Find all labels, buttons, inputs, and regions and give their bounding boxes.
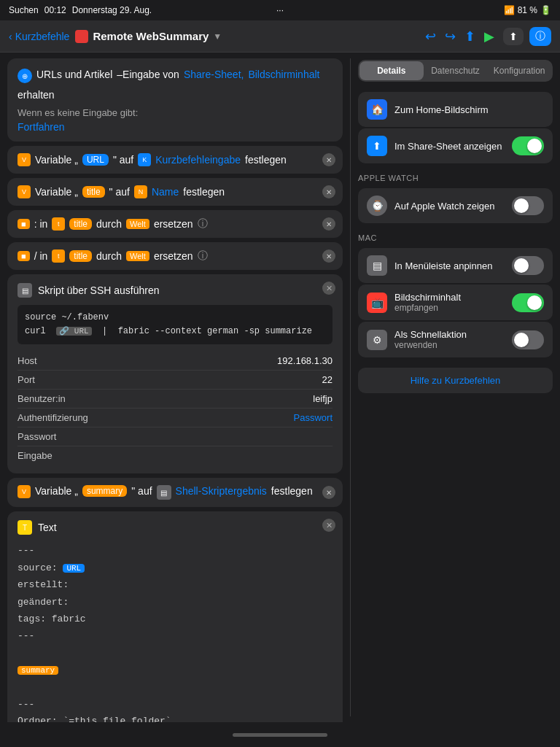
mac-menu-toggle-knob [514,258,529,273]
ssh-fields: Host 192.168.1.30 Port 22 Benutzer:in le… [18,352,332,465]
left-panel: ⊕ URLs und Artikel –Eingabe von Share-Sh… [0,53,350,722]
var-name-tag: Name [152,186,179,198]
var-kurz-tag: Kurzbefehleingabe [155,154,241,166]
upload-icon-button[interactable]: ⬆ [503,28,524,45]
mac-quick-label: Als Schnellaktion [394,329,505,340]
share-sheet-item: ⬆ Im Share-Sheet anzeigen [358,128,553,163]
summary-icon2: ▤ [157,485,171,500]
url-badge-text: URL [63,564,85,573]
card4-welt1: Welt [126,219,149,229]
ssh-field-input: Eingabe [18,446,332,465]
ssh-icon: ▤ [18,283,32,298]
ssh-pass-label: Passwort [18,431,56,442]
status-time: 00:12 [44,5,66,15]
title-chevron-icon[interactable]: ▼ [213,31,222,42]
watch-icon: ⌚ [367,196,387,216]
text-line-empty2 [18,679,332,696]
close-button-3[interactable]: ✕ [322,217,335,231]
wifi-icon: 📶 [504,5,515,15]
card1-text1: URLs und Artikel [36,67,112,82]
card1-tag2: Bildschirminhalt [248,67,319,82]
close-button-1[interactable]: ✕ [322,153,335,166]
back-label: Kurzbefehle [15,31,70,42]
text-line-erstellt: erstellt: [18,576,332,593]
apple-watch-label: APPLE WATCH [358,174,553,182]
text-line-geandert: geändert: [18,594,332,611]
text-line-dashes1: --- [18,542,332,559]
play-button[interactable]: ▶ [484,28,494,44]
mac-item-quick: ⚙ Als Schnellaktion verwenden [358,322,553,357]
card1-text2: erhalten [18,88,55,103]
ssh-close-button[interactable]: ✕ [322,282,335,295]
var-text1: Variable „ [35,154,78,166]
mac-screen-label-group: Bildschirminhalt empfangen [394,292,505,313]
text-content-block: --- source: URL erstellt: geändert: tags… [18,542,332,722]
card5-welt2: Welt [126,251,149,261]
mac-screen-sublabel: empfangen [394,303,505,313]
watch-toggle-knob [514,198,529,213]
card5-text2: durch [96,250,122,262]
text-line-source: source: URL [18,560,332,576]
dots-indicator: ··· [276,5,284,15]
summary-badge: summary [18,666,58,675]
mac-menu-toggle[interactable] [512,256,544,275]
card-ssh: ✕ ▤ Skript über SSH ausführen source ~/.… [7,274,343,473]
ssh-auth-label: Authentifizierung [18,412,88,423]
tab-details[interactable]: Details [359,61,424,80]
ssh-code-line1: source ~/.fabenv [25,311,325,325]
tab-datenschutz[interactable]: Datenschutz [424,61,488,80]
home-button-item: 🏠 Zum Home-Bildschirm [358,92,553,127]
card-replace-slash: ■ / in t title durch Welt ersetzen ⓘ ✕ [7,242,343,270]
ssh-port-value: 22 [322,374,332,385]
mac-screen-toggle[interactable] [512,293,544,312]
card5-icon1: t [52,249,65,263]
mac-quick-icon: ⚙ [367,330,387,350]
close-button-5[interactable]: ✕ [322,486,335,499]
share-sheet-label: Im Share-Sheet anzeigen [394,141,505,152]
watch-item-label: Auf Apple Watch zeigen [394,201,505,212]
ssh-field-port: Port 22 [18,370,332,389]
close-button-4[interactable]: ✕ [322,249,335,263]
mac-screen-toggle-knob [527,295,542,310]
ssh-input-label: Eingabe [18,450,52,461]
help-link[interactable]: Hilfe zu Kurzbefehlen [358,368,553,393]
text-line-dashes2: --- [18,627,332,644]
text-line-empty1 [18,645,332,662]
card-text: ✕ T Text --- source: URL erstellt: geänd… [7,511,343,722]
card1-link[interactable]: Fortfahren [18,121,332,133]
ssh-field-auth: Authentifizierung Passwort [18,408,332,427]
var-icon-1: V [18,153,31,166]
summary-text1: Variable „ [35,485,78,497]
summary-icon: V [18,485,31,498]
close-button-2[interactable]: ✕ [322,185,335,198]
mac-quick-toggle[interactable] [512,330,544,349]
back-button[interactable]: ‹ Kurzbefehle [9,31,69,42]
card4-text1: : in [34,218,48,230]
undo-button[interactable]: ↩ [425,28,436,44]
ssh-host-label: Host [18,355,37,366]
share-button[interactable]: ⬆ [464,28,475,44]
info-icon-button[interactable]: ⓘ [529,27,551,46]
ssh-user-value: leifjp [313,393,332,404]
card4-text2: durch [96,218,122,230]
ssh-host-value: 192.168.1.30 [277,355,332,366]
colon-icon: ■ [18,219,30,229]
summary-result-tag: Shell-Skriptergebnis [176,485,267,497]
info-icon-1[interactable]: ⓘ [198,217,208,231]
ssh-auth-value[interactable]: Passwort [294,412,332,423]
summary-text2: " auf [131,485,152,497]
text-close-button[interactable]: ✕ [322,519,335,532]
mac-quick-label-group: Als Schnellaktion verwenden [394,329,505,350]
watch-toggle[interactable] [512,196,544,215]
info-icon-2[interactable]: ⓘ [198,249,208,263]
mac-item-menu: ▤ In Menüleiste anpinnen [358,248,553,283]
ssh-port-label: Port [18,374,35,385]
var3-text3: festlegen [183,186,225,198]
status-bar: Suchen 00:12 Donnerstag 29. Aug. ··· 📶 8… [0,0,560,20]
share-sheet-toggle[interactable] [512,136,544,155]
detail-tabs: Details Datenschutz Konfiguration [358,60,553,82]
tab-konfiguration[interactable]: Konfiguration [487,61,551,80]
card5-tag1: title [69,250,92,262]
text-line-dashes3: --- [18,696,332,713]
redo-button[interactable]: ↪ [445,28,456,44]
